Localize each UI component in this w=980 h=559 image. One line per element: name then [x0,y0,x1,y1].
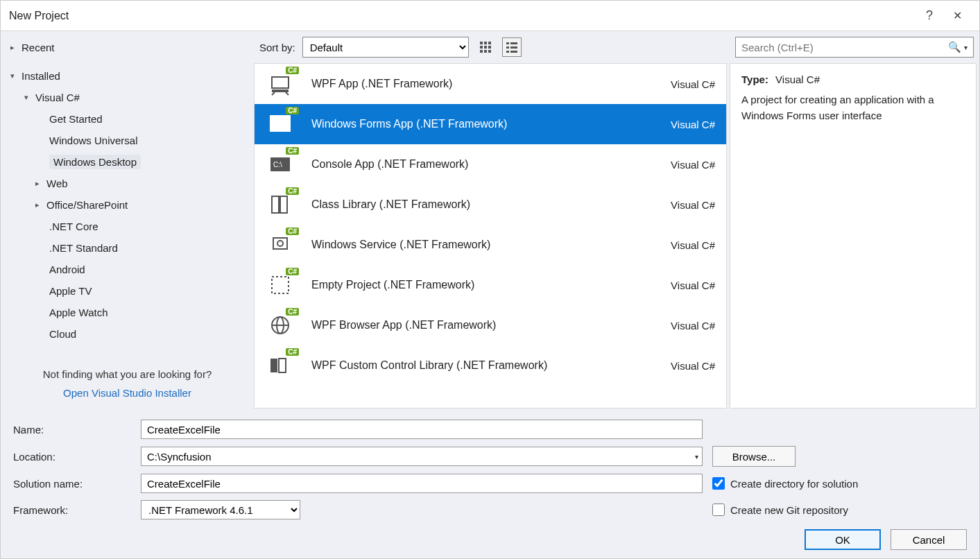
template-icon: C# [266,270,295,300]
window-title: New Project [9,10,915,22]
template-item[interactable]: C#Empty Project (.NET Framework)Visual C… [255,265,726,305]
browse-button[interactable]: Browse... [712,446,796,467]
framework-label: Framework: [13,504,131,516]
svg-rect-11 [506,46,509,49]
view-small-icons-button[interactable] [476,37,495,57]
search-box[interactable]: 🔍 ▾ [735,37,974,58]
template-icon: C# [266,230,295,259]
svg-rect-0 [480,42,483,44]
tree-node[interactable]: Get Started [1,108,254,130]
search-dropdown-icon[interactable]: ▾ [964,44,968,51]
template-icon: C# [266,190,295,219]
csharp-badge-icon: C# [286,227,299,235]
create-git-checkbox-row[interactable]: Create new Git repository [712,504,967,516]
tree-node[interactable]: .NET Standard [1,237,254,259]
svg-rect-10 [510,42,517,44]
tree-node[interactable]: ▾Visual C# [1,87,254,108]
template-name: Class Library (.NET Framework) [311,198,636,211]
close-button[interactable]: ✕ [943,9,971,22]
details-type-label: Type: [741,74,768,85]
template-item[interactable]: C#Windows Forms App (.NET Framework)Visu… [255,104,726,144]
tree-node[interactable]: Apple TV [1,280,254,302]
category-tree[interactable]: ▸ Recent ▾ Installed ▾Visual C#Get Start… [1,31,254,360]
dialog-actions: OK Cancel [13,529,967,550]
tree-footer-text: Not finding what you are looking for? [15,368,240,380]
tree-node[interactable]: ▸Web [1,173,254,194]
tree-node[interactable]: Android [1,259,254,280]
template-list[interactable]: C#WPF App (.NET Framework)Visual C#C#Win… [254,63,727,409]
framework-dropdown[interactable]: .NET Framework 4.6.1 [141,500,300,519]
template-language: Visual C# [653,78,715,90]
tree-label: Cloud [49,328,76,340]
details-type-value: Visual C# [775,74,820,85]
solution-name-input[interactable] [141,474,703,493]
search-input[interactable] [741,42,948,53]
tree-label: .NET Standard [49,242,118,254]
create-directory-checkbox[interactable] [712,477,725,490]
create-directory-checkbox-row[interactable]: Create directory for solution [712,477,967,490]
csharp-badge-icon: C# [286,107,299,114]
tree-node[interactable]: ▸Office/SharePoint [1,194,254,216]
name-input[interactable] [141,420,703,439]
csharp-badge-icon: C# [286,67,299,74]
csharp-badge-icon: C# [286,187,299,195]
tree-node[interactable]: Apple Watch [1,302,254,323]
svg-rect-32 [279,359,286,372]
svg-rect-3 [480,46,483,49]
solution-name-label: Solution name: [13,478,131,490]
tree-node[interactable]: Windows Universal [1,130,254,151]
template-language: Visual C# [653,360,715,372]
chevron-down-icon: ▾ [10,71,22,80]
template-name: WPF App (.NET Framework) [311,78,636,90]
template-name: Windows Service (.NET Framework) [311,239,636,251]
template-item[interactable]: C#Class Library (.NET Framework)Visual C… [255,184,726,225]
svg-rect-4 [484,46,487,49]
svg-rect-31 [270,359,277,372]
template-name: Console App (.NET Framework) [311,158,636,171]
template-item[interactable]: C:\C#Console App (.NET Framework)Visual … [255,144,726,184]
help-button[interactable]: ? [915,8,943,23]
tree-node-recent[interactable]: ▸ Recent [1,37,254,58]
open-vs-installer-link[interactable]: Open Visual Studio Installer [63,387,191,399]
svg-rect-15 [272,77,289,88]
dialog-body: ▸ Recent ▾ Installed ▾Visual C#Get Start… [1,31,979,411]
tree-label: Recent [22,42,55,53]
template-language: Visual C# [653,280,715,291]
cancel-button[interactable]: Cancel [891,529,967,550]
svg-rect-24 [280,196,287,213]
template-item[interactable]: C#Windows Service (.NET Framework)Visual… [255,225,726,265]
search-icon[interactable]: 🔍 [948,41,961,53]
view-details-button[interactable] [502,37,522,57]
tree-node-installed[interactable]: ▾ Installed [1,65,254,87]
location-input[interactable] [141,447,703,466]
create-git-checkbox[interactable] [712,504,725,516]
template-icon: C# [266,351,295,380]
template-item[interactable]: C#WPF Browser App (.NET Framework)Visual… [255,305,726,345]
template-details: Type: Visual C# A project for creating a… [730,63,977,409]
template-icon: C# [266,110,295,139]
template-icon: C# [266,311,295,340]
template-panel: Sort by: Default C#WPF App (.NET Framewo… [254,31,730,411]
sort-by-dropdown[interactable]: Default [302,37,469,58]
chevron-down-icon: ▾ [24,93,35,102]
svg-rect-7 [484,50,487,53]
template-language: Visual C# [653,239,715,251]
template-item[interactable]: C#WPF App (.NET Framework)Visual C# [255,64,726,104]
svg-rect-8 [488,50,491,53]
csharp-badge-icon: C# [286,268,299,275]
create-git-label: Create new Git repository [730,504,848,516]
svg-rect-9 [506,42,509,44]
tree-label: Web [46,178,68,189]
grid-small-icon [479,41,492,53]
svg-text:C:\: C:\ [273,161,282,169]
template-item[interactable]: C#WPF Custom Control Library (.NET Frame… [255,345,726,386]
tree-node[interactable]: .NET Core [1,216,254,237]
svg-rect-27 [272,277,289,293]
tree-node[interactable]: Windows Desktop [1,151,254,173]
ok-button[interactable]: OK [805,529,881,550]
details-type-row: Type: Visual C# [741,74,965,85]
template-name: Empty Project (.NET Framework) [311,279,636,291]
bottom-form: Name: Location: ▾ Browse... Solution nam… [1,411,979,558]
name-label: Name: [13,424,131,436]
tree-node[interactable]: Cloud [1,323,254,345]
